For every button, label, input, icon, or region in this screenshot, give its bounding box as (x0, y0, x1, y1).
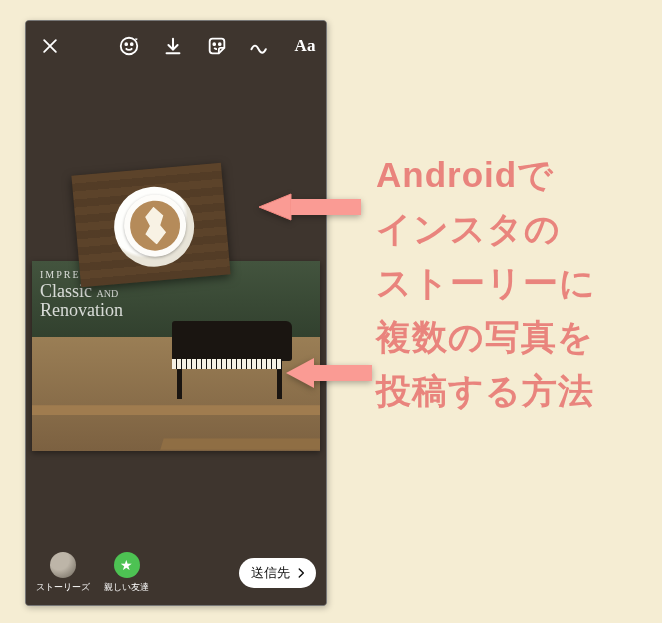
avatar-icon (50, 552, 76, 578)
chevron-right-icon (294, 566, 308, 580)
story-photo-foreground[interactable] (71, 163, 230, 288)
caption-line: インスタの (376, 202, 596, 256)
close-friends-button[interactable]: ★ 親しい友達 (104, 552, 149, 594)
annotation-arrow-2 (284, 348, 374, 398)
svg-rect-8 (314, 365, 372, 381)
download-icon[interactable] (160, 33, 186, 59)
close-friends-label: 親しい友達 (104, 581, 149, 594)
story-canvas: IMPRESSION Classic AND Renovation (26, 21, 326, 605)
story-photo-background[interactable]: IMPRESSION Classic AND Renovation (32, 261, 320, 451)
star-icon: ★ (114, 552, 140, 578)
story-editor-toolbar: Aa (26, 21, 326, 71)
your-story-label: ストーリーズ (36, 581, 90, 594)
svg-rect-7 (291, 199, 361, 215)
svg-point-2 (121, 38, 138, 55)
piano-illustration (142, 321, 302, 401)
send-to-label: 送信先 (251, 564, 290, 582)
draw-icon[interactable] (248, 33, 274, 59)
caption-line: 投稿する方法 (376, 364, 596, 418)
svg-point-6 (219, 43, 221, 45)
caption-line: Androidで (376, 148, 596, 202)
caption-line: ストーリーに (376, 256, 596, 310)
tutorial-caption: Androidで インスタの ストーリーに 複数の写真を 投稿する方法 (376, 148, 596, 418)
send-to-button[interactable]: 送信先 (239, 558, 316, 588)
annotation-arrow-1 (253, 182, 363, 232)
sticker-icon[interactable] (204, 33, 230, 59)
close-button[interactable] (34, 33, 66, 59)
caption-line: 複数の写真を (376, 310, 596, 364)
story-bottom-bar: ストーリーズ ★ 親しい友達 送信先 (26, 541, 326, 605)
text-tool-button[interactable]: Aa (292, 33, 318, 59)
svg-point-3 (125, 43, 127, 45)
phone-frame: IMPRESSION Classic AND Renovation (25, 20, 327, 606)
svg-point-4 (131, 43, 133, 45)
svg-point-5 (213, 43, 215, 45)
your-story-button[interactable]: ストーリーズ (36, 552, 90, 594)
effects-icon[interactable] (116, 33, 142, 59)
